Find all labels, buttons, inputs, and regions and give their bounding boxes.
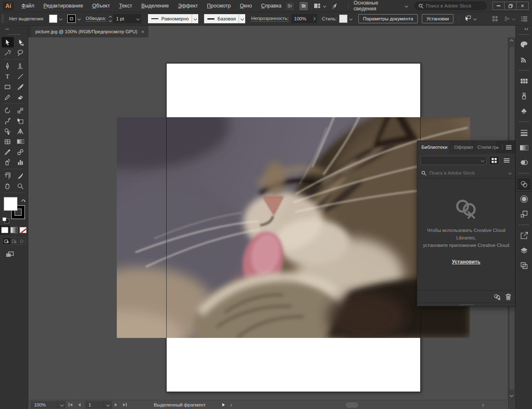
shape-builder-tool[interactable] bbox=[2, 126, 14, 136]
menu-file[interactable]: Файл bbox=[17, 0, 39, 12]
magic-wand-tool[interactable] bbox=[2, 47, 14, 58]
control-panel-menu-icon[interactable] bbox=[521, 16, 528, 22]
tools-grip[interactable] bbox=[7, 33, 20, 36]
menu-type[interactable]: Текст bbox=[114, 0, 136, 12]
scroll-down-icon[interactable] bbox=[510, 394, 513, 397]
dock-grip[interactable] bbox=[519, 120, 529, 123]
status-display[interactable]: Выделенный фрагмент bbox=[154, 402, 206, 407]
hand-tool[interactable] bbox=[2, 181, 14, 191]
dock-grip[interactable] bbox=[519, 69, 529, 72]
last-artboard-button[interactable] bbox=[123, 403, 127, 407]
gpu-performance-icon[interactable] bbox=[331, 2, 338, 10]
library-select-dropdown[interactable] bbox=[421, 156, 487, 165]
grid-view-button[interactable] bbox=[489, 156, 499, 165]
tab-libraries[interactable]: Библиотеки bbox=[417, 141, 450, 153]
graphic-style-swatch[interactable] bbox=[339, 15, 347, 23]
layers-panel-icon[interactable] bbox=[516, 243, 532, 258]
stock-search-box[interactable] bbox=[414, 2, 487, 10]
install-link[interactable]: Установить bbox=[452, 259, 480, 265]
gradient-button[interactable] bbox=[10, 227, 17, 233]
swap-fill-stroke-icon[interactable] bbox=[21, 197, 26, 204]
menu-select[interactable]: Выделение bbox=[137, 0, 173, 12]
status-flyout-icon[interactable] bbox=[222, 403, 225, 407]
paintbrush-tool[interactable] bbox=[15, 81, 27, 92]
scroll-left-icon[interactable]: ‹ bbox=[230, 402, 232, 408]
draw-inside-mode[interactable] bbox=[18, 238, 25, 244]
menu-edit[interactable]: Редактирование bbox=[39, 0, 88, 12]
zoom-level-dropdown[interactable] bbox=[57, 401, 66, 409]
stroke-color-swatch[interactable] bbox=[67, 15, 76, 23]
preferences-button[interactable]: Установки bbox=[422, 14, 453, 23]
document-tab[interactable]: picture.jpg @ 100% (RGB/Предпросмотр GPU… bbox=[31, 26, 148, 37]
stroke-panel-link[interactable]: Обводка: bbox=[86, 16, 106, 22]
library-search-row[interactable] bbox=[417, 168, 515, 179]
panel-grip[interactable] bbox=[1, 14, 4, 23]
tab-close-icon[interactable]: × bbox=[141, 29, 144, 35]
gradient-tool[interactable] bbox=[15, 136, 27, 147]
zoom-tool[interactable] bbox=[15, 181, 27, 191]
docking-options-icon[interactable] bbox=[504, 15, 515, 22]
zoom-level-field[interactable]: 100% bbox=[31, 401, 57, 409]
line-segment-tool[interactable] bbox=[15, 71, 27, 81]
horizontal-scroll-thumb[interactable] bbox=[346, 402, 358, 408]
pen-tool[interactable] bbox=[2, 61, 14, 71]
artboards-panel-icon[interactable] bbox=[516, 258, 532, 273]
type-tool[interactable]: T bbox=[2, 71, 14, 81]
trash-icon[interactable] bbox=[505, 293, 511, 300]
menu-window[interactable]: Окно bbox=[235, 0, 256, 12]
tools-collapse-button[interactable]: «« bbox=[0, 26, 28, 32]
artboard-number-dropdown[interactable] bbox=[103, 401, 112, 409]
panel-expand-icon[interactable]: » bbox=[496, 144, 499, 150]
canvas-area[interactable]: Библиотеки Оформл Стили гр » bbox=[28, 37, 515, 400]
menu-view[interactable]: Просмотр bbox=[202, 0, 235, 12]
stock-search-input[interactable] bbox=[426, 3, 480, 8]
color-button[interactable] bbox=[1, 227, 8, 233]
restore-button[interactable] bbox=[505, 2, 517, 10]
mesh-tool[interactable] bbox=[2, 136, 14, 147]
slice-tool[interactable] bbox=[15, 170, 27, 181]
default-fill-stroke-icon[interactable] bbox=[2, 217, 9, 223]
stroke-panel-icon[interactable] bbox=[516, 125, 532, 140]
arrange-documents-button[interactable] bbox=[313, 2, 326, 9]
direct-selection-tool[interactable] bbox=[15, 37, 27, 47]
dock-grip[interactable] bbox=[519, 172, 529, 175]
list-view-button[interactable] bbox=[502, 156, 512, 165]
close-button[interactable]: × bbox=[517, 2, 529, 10]
panel-resize-grip[interactable] bbox=[417, 303, 515, 306]
bridge-badge-icon[interactable]: Br bbox=[286, 2, 294, 10]
next-artboard-button[interactable] bbox=[115, 403, 117, 407]
screen-mode-button[interactable] bbox=[5, 251, 28, 260]
cc-libraries-panel-icon[interactable] bbox=[516, 177, 532, 192]
shaper-tool[interactable] bbox=[2, 92, 14, 102]
library-search-input[interactable] bbox=[429, 170, 506, 175]
scroll-right-icon[interactable]: › bbox=[482, 402, 484, 408]
scale-tool[interactable] bbox=[15, 105, 27, 116]
color-panel-icon[interactable] bbox=[516, 37, 532, 52]
swatches-panel-icon[interactable] bbox=[516, 74, 532, 89]
free-transform-tool[interactable] bbox=[15, 116, 27, 126]
rotate-tool[interactable] bbox=[2, 105, 14, 116]
dock-grip[interactable] bbox=[519, 33, 529, 36]
dock-grip[interactable] bbox=[519, 223, 529, 227]
brushes-panel-icon[interactable] bbox=[516, 89, 532, 103]
minimize-button[interactable] bbox=[493, 2, 505, 10]
transparency-panel-icon[interactable] bbox=[516, 155, 532, 170]
cc-sync-icon[interactable] bbox=[493, 293, 501, 300]
links-panel-icon[interactable] bbox=[516, 207, 532, 222]
color-guide-panel-icon[interactable] bbox=[516, 52, 532, 67]
draw-behind-mode[interactable] bbox=[10, 238, 18, 244]
fill-color-dropdown[interactable] bbox=[57, 12, 64, 25]
draw-normal-mode[interactable] bbox=[3, 238, 10, 244]
panel-grid-icon[interactable] bbox=[492, 15, 498, 22]
puppet-warp-tool[interactable] bbox=[2, 116, 14, 126]
stroke-width-value[interactable]: 1 pt bbox=[113, 14, 135, 23]
opacity-panel-link[interactable]: Непрозрачность: bbox=[251, 16, 288, 22]
eyedropper-tool[interactable] bbox=[2, 147, 14, 157]
menu-help[interactable]: Справка bbox=[256, 0, 286, 12]
stroke-width-stepper[interactable] bbox=[109, 16, 111, 22]
selection-tool[interactable] bbox=[2, 37, 14, 47]
brush-definition-dropdown[interactable]: Базовая bbox=[204, 14, 245, 23]
menu-effect[interactable]: Эффект bbox=[173, 0, 202, 12]
graphic-style-dropdown[interactable] bbox=[347, 12, 354, 25]
symbol-sprayer-tool[interactable] bbox=[2, 157, 14, 168]
